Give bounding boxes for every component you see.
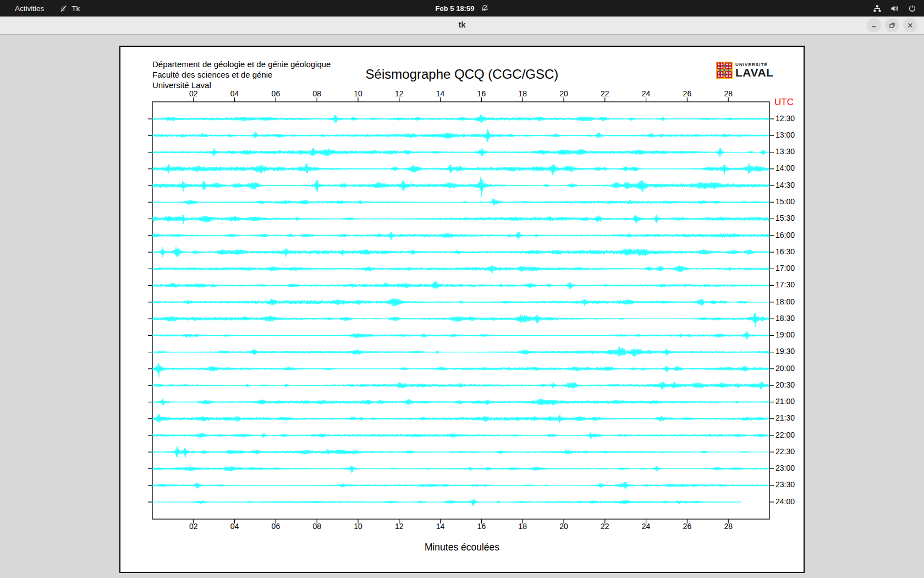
x-tick-label-top: 26 [683, 89, 692, 98]
x-tick-label-top: 08 [312, 89, 321, 98]
seismogram-trace [152, 163, 769, 175]
power-icon [908, 4, 916, 13]
x-tick-label-top: 20 [559, 89, 568, 98]
trace-time-label: 17:30 [776, 280, 795, 289]
notifications-disabled-icon [481, 4, 488, 12]
clock-label: Feb 5 18:59 [436, 4, 475, 13]
trace-time-label: 21:00 [776, 397, 795, 406]
x-tick-label-top: 04 [230, 89, 239, 98]
trace-time-label: 19:00 [776, 330, 795, 339]
app-menu[interactable]: Tk [52, 0, 87, 17]
window-title: tk [0, 20, 924, 29]
trace-time-label: 20:00 [776, 364, 795, 373]
trace-time-label: 14:00 [776, 163, 795, 172]
trace-time-label: 17:00 [776, 264, 795, 272]
x-tick-label-top: 14 [436, 89, 445, 98]
trace-time-label: 15:00 [776, 197, 795, 206]
minimize-button[interactable] [867, 18, 881, 32]
seismogram-trace [152, 466, 769, 472]
seismogram-trace [152, 177, 769, 197]
seismogram-trace [152, 346, 769, 357]
utc-axis-label: UTC [774, 97, 794, 108]
x-tick-label-bottom: 06 [272, 522, 280, 531]
x-tick-label-top: 22 [601, 89, 609, 98]
trace-time-label: 20:30 [776, 380, 795, 389]
network-icon [873, 4, 882, 13]
desktop: Activities Tk Feb 5 18:59 [0, 0, 924, 578]
top-bar: Activities Tk Feb 5 18:59 [0, 0, 924, 17]
close-icon [907, 22, 914, 29]
seismogram-trace [152, 415, 769, 423]
seismogram-trace [152, 433, 769, 439]
maximize-icon [889, 22, 895, 29]
x-tick-label-bottom: 04 [230, 522, 239, 531]
x-tick-label-bottom: 28 [724, 522, 733, 531]
trace-time-label: 16:30 [776, 247, 795, 256]
seismogram-trace [152, 482, 769, 489]
app-menu-label: Tk [72, 4, 80, 13]
x-tick-label-bottom: 08 [312, 522, 321, 531]
helicorder-plot: 0202040406060808101012121414161618182020… [120, 47, 804, 572]
trace-time-label: 16:00 [776, 231, 795, 239]
trace-time-label: 23:30 [776, 480, 795, 489]
x-axis-title: Minutes écoulées [120, 542, 804, 553]
tk-feather-icon [59, 4, 68, 13]
window-titlebar: tk [0, 17, 924, 35]
seismogram-trace [152, 381, 769, 390]
trace-time-label: 15:30 [776, 214, 795, 222]
x-tick-label-top: 10 [354, 89, 362, 98]
seismogram-trace [152, 281, 769, 288]
window-content: Département de géologie et de génie géol… [0, 35, 924, 578]
maximize-button[interactable] [885, 18, 899, 32]
x-tick-label-bottom: 26 [683, 522, 692, 531]
x-tick-label-top: 16 [477, 89, 486, 98]
x-tick-label-bottom: 02 [189, 522, 198, 531]
seismogram-trace [152, 298, 769, 307]
x-tick-label-bottom: 24 [642, 522, 651, 531]
x-tick-label-bottom: 12 [395, 522, 404, 531]
seismogram-trace [152, 363, 769, 377]
seismogram-trace [152, 313, 769, 327]
x-tick-label-bottom: 16 [477, 522, 486, 531]
seismogram-trace [152, 446, 769, 458]
x-tick-label-top: 12 [395, 89, 404, 98]
plot-frame [152, 102, 769, 519]
trace-time-label: 13:30 [776, 147, 795, 156]
x-tick-label-bottom: 22 [601, 522, 609, 531]
trace-time-label: 19:30 [776, 347, 795, 356]
seismogram-trace [152, 399, 769, 405]
seismogram-trace [152, 331, 769, 339]
activities-button[interactable]: Activities [0, 0, 52, 17]
seismogram-trace [152, 232, 769, 240]
volume-icon [890, 4, 899, 13]
trace-time-label: 13:00 [776, 130, 795, 139]
trace-time-label: 22:00 [776, 430, 795, 439]
x-tick-label-top: 28 [724, 89, 733, 98]
trace-time-label: 18:00 [776, 297, 795, 306]
clock-menu[interactable]: Feb 5 18:59 [436, 0, 489, 17]
x-tick-label-top: 24 [642, 89, 651, 98]
trace-time-label: 21:30 [776, 413, 795, 422]
seismograph-canvas: Département de géologie et de génie géol… [119, 46, 805, 573]
seismogram-trace [152, 148, 769, 157]
seismogram-trace [152, 265, 769, 274]
trace-time-label: 12:30 [776, 114, 795, 123]
x-tick-label-bottom: 20 [559, 522, 568, 531]
seismogram-trace [152, 499, 741, 506]
system-status-area[interactable] [873, 0, 916, 17]
x-tick-label-top: 02 [189, 89, 198, 98]
x-tick-label-top: 18 [518, 89, 527, 98]
x-tick-label-top: 06 [272, 89, 280, 98]
x-tick-label-bottom: 14 [436, 522, 445, 531]
x-tick-label-bottom: 18 [518, 522, 527, 531]
seismogram-trace [152, 215, 769, 224]
seismogram-trace [152, 247, 769, 257]
trace-time-label: 23:00 [776, 464, 795, 472]
seismogram-trace [152, 114, 769, 123]
x-tick-label-bottom: 10 [354, 522, 362, 531]
seismogram-trace [152, 129, 769, 142]
trace-time-label: 22:30 [776, 447, 795, 456]
close-button[interactable] [903, 18, 917, 32]
trace-time-label: 24:00 [776, 497, 795, 506]
seismogram-trace [152, 199, 769, 205]
